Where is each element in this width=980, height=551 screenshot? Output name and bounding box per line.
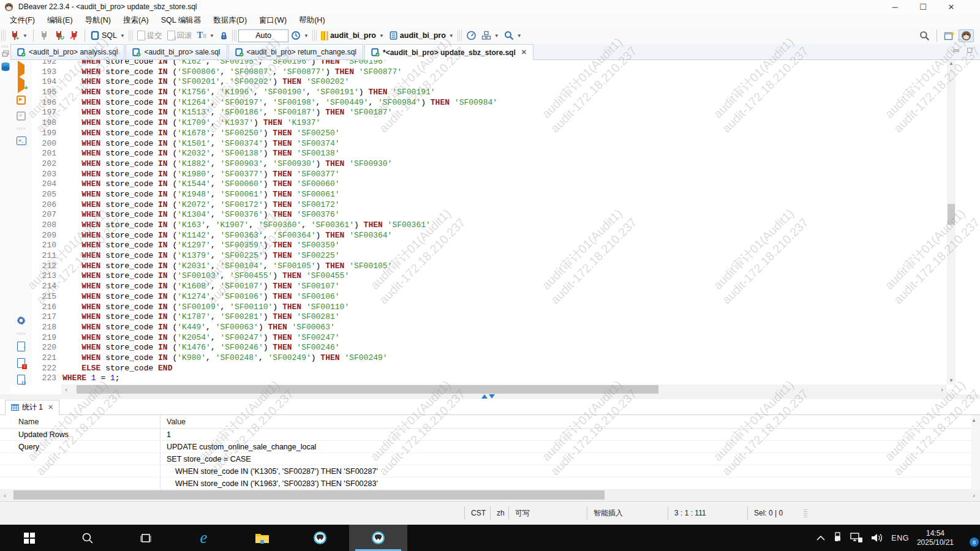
table-row[interactable]: WHEN store_code IN ('K1963', 'SF00283') … [0, 478, 971, 490]
editor-tab-3[interactable]: *<audit_bi_pro> update_sbz_store.sql✕ [364, 44, 533, 60]
close-icon[interactable]: ✕ [48, 403, 53, 411]
transaction-timeout-button[interactable]: ▼ [288, 28, 311, 43]
minimize-window-button[interactable]: ─ [881, 0, 909, 13]
usb-icon[interactable] [833, 532, 842, 544]
tab-statistics[interactable]: 统计 1 ✕ [5, 400, 59, 415]
status-timezone[interactable]: CST [464, 506, 490, 520]
scrollbar-thumb[interactable] [13, 490, 605, 500]
table-row[interactable]: Updated Rows1 [0, 429, 971, 441]
menu-item-2[interactable]: 导航(N) [79, 14, 117, 27]
sash-down-icon[interactable] [489, 394, 495, 399]
sash-up-icon[interactable] [481, 394, 488, 399]
new-connection-button[interactable]: + ▼ [7, 28, 30, 43]
save-to-file-icon[interactable]: ! [17, 358, 25, 368]
active-schema-select[interactable]: audit_bi_pro ▼ [386, 28, 456, 43]
commit-button[interactable]: ▫ 提交 [135, 28, 165, 43]
active-connection-select[interactable]: audit_bi_pro ▼ [318, 28, 386, 43]
scroll-down-icon[interactable]: ▼ [947, 377, 956, 384]
scroll-up-icon[interactable]: ▲ [971, 418, 976, 423]
start-button[interactable] [0, 525, 58, 551]
minimize-view-icon[interactable]: ▭ [953, 47, 959, 54]
scroll-right-icon[interactable]: › [969, 492, 979, 499]
close-icon[interactable]: ✕ [521, 48, 527, 56]
transaction-log-button[interactable]: T⠿ ▼ [195, 28, 217, 43]
menu-item-0[interactable]: 文件(F) [4, 14, 41, 27]
cell-name [0, 453, 160, 465]
rollback-button[interactable]: ↺ 回滚 [165, 28, 195, 43]
open-console-icon[interactable]: >_ [17, 137, 26, 145]
column-header-name[interactable]: Name [0, 415, 160, 428]
settings-gear-icon[interactable] [16, 315, 26, 326]
menu-item-7[interactable]: 帮助(H) [293, 14, 331, 27]
sql-editor[interactable]: 192 WHEN store_code IN ('K162', 'SF00195… [32, 60, 947, 384]
table-row[interactable]: WHEN store_code IN ('K1305', 'SF00287') … [0, 465, 971, 478]
status-selection-info[interactable]: Sel: 0 | 0 [747, 506, 796, 520]
script-from-file-icon[interactable]: (∙) [17, 375, 25, 384]
compare-button[interactable]: ▼ [479, 28, 502, 43]
scrollbar-thumb[interactable] [77, 385, 658, 394]
status-writable-state[interactable]: 可写 [508, 506, 587, 520]
sql-editor-type-button[interactable]: SQL ▼ [88, 28, 127, 43]
scroll-up-icon[interactable]: ▲ [947, 60, 956, 67]
input-language-indicator[interactable]: ENG [891, 534, 909, 542]
search-menu-button[interactable]: ▼ [502, 28, 524, 43]
open-perspective-button[interactable] [944, 31, 955, 41]
table-row[interactable]: QueryUPDATE custom_online_sale_change_lo… [0, 441, 971, 453]
disconnect-button[interactable] [67, 28, 81, 43]
menu-item-1[interactable]: 编辑(E) [41, 14, 79, 27]
dbeaver-active-window-button[interactable] [349, 525, 407, 551]
export-result-icon[interactable]: → [17, 342, 25, 351]
editor-tab-0[interactable]: <audit_bi_pro> analysis.sql [10, 44, 124, 59]
clock[interactable]: 14:54 2025/10/21 [917, 529, 954, 547]
notification-center-button[interactable]: 8 [962, 531, 976, 545]
maximize-window-button[interactable]: ☐ [909, 0, 937, 13]
execute-script-icon[interactable] [17, 96, 26, 105]
results-horizontal-scrollbar[interactable]: ‹ › [0, 490, 980, 500]
restore-panel-icon[interactable] [2, 50, 9, 57]
internet-explorer-button[interactable]: e [175, 525, 233, 551]
scroll-left-icon[interactable]: ‹ [61, 386, 71, 393]
dbeaver-window-button[interactable] [291, 525, 349, 551]
quick-search-icon[interactable] [919, 31, 930, 41]
database-navigator-icon[interactable] [1, 62, 10, 72]
execute-statement-button[interactable] [18, 65, 24, 73]
menu-item-6[interactable]: 窗口(W) [253, 14, 293, 27]
explain-plan-icon[interactable] [17, 111, 26, 121]
status-language[interactable]: zh [490, 506, 508, 520]
execute-in-new-tab-button[interactable]: + [18, 80, 24, 89]
dbeaver-perspective-button[interactable] [959, 29, 974, 42]
editor-vertical-scrollbar[interactable]: ▲ ▼ [947, 60, 956, 384]
menu-item-3[interactable]: 搜索(A) [117, 14, 155, 27]
network-icon[interactable] [850, 533, 863, 543]
scroll-left-icon[interactable]: ‹ [0, 492, 10, 499]
reconnect-button[interactable]: ↻ [51, 28, 67, 43]
connect-button[interactable] [37, 28, 51, 43]
column-header-value[interactable]: Value [160, 418, 186, 426]
scroll-right-icon[interactable]: › [937, 386, 947, 393]
status-caret-position[interactable]: 3 : 1 : 111 [668, 506, 747, 520]
dashboard-button[interactable] [464, 28, 479, 43]
maximize-view-icon[interactable]: ☐ [967, 47, 973, 54]
svg-text:+: + [16, 36, 19, 40]
chevron-down-icon: ▼ [304, 33, 309, 39]
code-line: 203 WHEN store_code IN ('K1980', 'SF0037… [32, 170, 947, 180]
lock-button[interactable] [217, 28, 231, 43]
table-row[interactable]: SET store_code = CASE [0, 453, 971, 465]
menu-item-4[interactable]: SQL 编辑器 [155, 14, 208, 27]
close-window-button[interactable]: ✕ [937, 0, 965, 13]
task-view-button[interactable] [116, 525, 175, 551]
results-vertical-scrollbar[interactable]: ▲ [971, 415, 980, 490]
editor-tab-2[interactable]: <audit_bi_pro> return_change.sql [228, 44, 363, 59]
line-number: 197 [32, 108, 62, 118]
speaker-icon[interactable] [871, 533, 883, 543]
scrollbar-thumb[interactable] [948, 204, 955, 225]
editor-tab-1[interactable]: <audit_bi_pro> sale.sql [126, 44, 227, 59]
editor-horizontal-scrollbar[interactable]: ‹ › [61, 384, 947, 394]
taskbar-search-button[interactable] [58, 525, 116, 551]
file-explorer-button[interactable] [233, 525, 291, 551]
commit-mode-select[interactable]: Auto [238, 29, 288, 42]
tray-expand-icon[interactable] [816, 535, 825, 541]
status-insert-mode[interactable]: 智能插入 [587, 506, 668, 520]
menu-item-5[interactable]: 数据库(D) [207, 14, 253, 27]
panel-sash[interactable] [0, 394, 980, 399]
